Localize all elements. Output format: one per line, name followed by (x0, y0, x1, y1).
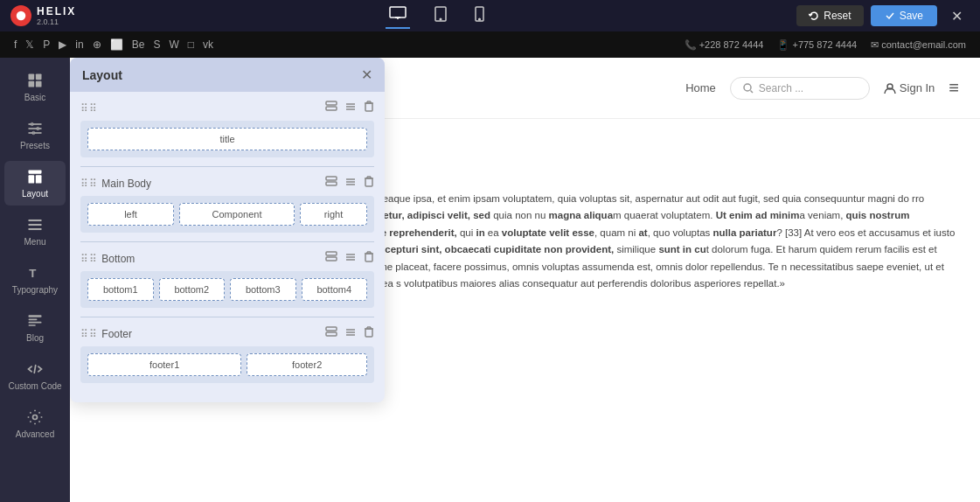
main-body-left-item[interactable]: left (87, 203, 174, 226)
main-body-right-item[interactable]: right (300, 203, 367, 226)
section-label-bottom: ⠿ ⠿ Bottom (80, 253, 135, 265)
svg-rect-28 (29, 324, 36, 326)
section-label-main-body: ⠿ ⠿ Main Body (80, 178, 151, 190)
pinterest-icon[interactable]: P (43, 38, 50, 51)
layout-panel: Layout ✕ ⠿ ⠿ (70, 58, 385, 402)
bottom3-item[interactable]: bottom3 (230, 278, 296, 301)
sidebar-item-menu[interactable]: Menu (4, 209, 66, 254)
panel-title: Layout (82, 68, 122, 82)
svg-rect-9 (36, 74, 42, 80)
configure-icon (325, 101, 337, 113)
drag-handle-footer[interactable]: ⠿ ⠿ (80, 328, 96, 340)
svg-rect-44 (326, 177, 337, 180)
layout-section-main-body: ⠿ ⠿ Main Body (80, 176, 374, 233)
squarevk-icon[interactable]: □ (188, 38, 194, 51)
twitter-icon[interactable]: 𝕏 (25, 38, 34, 51)
helix-icon (15, 10, 27, 22)
section-header-main-body: ⠿ ⠿ Main Body (80, 176, 374, 191)
footer1-item[interactable]: footer1 (87, 353, 241, 376)
svg-line-33 (750, 90, 753, 93)
section-actions-bottom (325, 251, 374, 266)
delete-bottom-button[interactable] (364, 251, 374, 266)
bottom2-item[interactable]: bottom2 (159, 278, 226, 301)
reset-button[interactable]: Reset (796, 5, 863, 26)
linkedin-icon[interactable]: in (75, 38, 83, 51)
whatsapp-icon[interactable]: W (169, 38, 178, 51)
drag-handle-main-body[interactable]: ⠿ ⠿ (80, 178, 96, 190)
skype-icon[interactable]: S (153, 38, 160, 51)
top-toolbar: HELIX 2.0.11 Reset Save ✕ (0, 0, 980, 31)
section-label-footer: ⠿ ⠿ Footer (80, 328, 132, 340)
svg-rect-53 (326, 252, 337, 255)
svg-point-7 (479, 18, 481, 20)
configure-title-button[interactable] (325, 101, 337, 115)
divider-3 (80, 317, 374, 317)
save-button[interactable]: Save (871, 5, 937, 26)
facebook-icon[interactable]: f (14, 38, 17, 51)
behance-icon[interactable]: Be (132, 38, 145, 51)
sidebar-item-label-advanced: Advanced (16, 429, 54, 439)
sidebar-item-presets[interactable]: Presets (4, 113, 66, 157)
delete-main-body-button[interactable] (364, 176, 374, 191)
configure-footer-button[interactable] (325, 326, 337, 341)
configure-bottom-button[interactable] (325, 251, 337, 266)
svg-rect-67 (365, 329, 372, 337)
svg-rect-26 (29, 319, 38, 321)
presets-icon (26, 120, 44, 137)
mobile-icon[interactable] (471, 3, 488, 29)
nav-home-link[interactable]: Home (685, 81, 716, 94)
dribbble-icon[interactable]: ⊕ (93, 38, 101, 51)
svg-rect-25 (29, 315, 42, 317)
youtube-icon[interactable]: ▶ (59, 38, 66, 51)
helix-logo-text: HELIX 2.0.11 (37, 5, 76, 26)
drag-handle-title[interactable]: ⠿ ⠿ (80, 102, 96, 115)
tablet-icon[interactable] (431, 3, 450, 29)
footer2-item[interactable]: footer2 (247, 353, 367, 376)
helix-logo: HELIX 2.0.11 (10, 5, 76, 26)
svg-point-30 (33, 415, 38, 420)
section-header-footer: ⠿ ⠿ Footer (80, 326, 374, 341)
instagram-icon[interactable]: ⬜ (110, 38, 123, 51)
section-header-bottom: ⠿ ⠿ Bottom (80, 251, 374, 266)
sidebar-item-typography[interactable]: T Typography (4, 257, 66, 302)
settings-footer-button[interactable] (344, 326, 357, 341)
bottom4-item[interactable]: bottom4 (302, 278, 368, 301)
helix-logo-icon (10, 5, 31, 26)
basic-icon (26, 72, 44, 89)
settings-bottom-button[interactable] (344, 251, 357, 266)
panel-close-button[interactable]: ✕ (361, 66, 372, 83)
contact-info: 📞 +228 872 4444 📱 +775 872 4444 ✉ contac… (685, 39, 966, 51)
settings-main-body-button[interactable] (344, 176, 357, 191)
toolbar-left: HELIX 2.0.11 (10, 5, 76, 26)
site-search[interactable]: Search ... (730, 77, 870, 100)
delete-title-button[interactable] (364, 101, 374, 115)
save-icon (885, 10, 895, 21)
close-button[interactable]: ✕ (944, 4, 970, 28)
search-icon (743, 83, 754, 94)
desktop-icon[interactable] (386, 3, 410, 29)
delete-icon-4 (364, 326, 374, 338)
delete-footer-button[interactable] (364, 326, 374, 341)
sidebar: Basic Presets Layout Menu T Typography B… (0, 58, 70, 502)
main-body-component-item[interactable]: Component (179, 203, 295, 226)
sidebar-item-blog[interactable]: Blog (4, 305, 66, 350)
blog-icon (26, 312, 44, 330)
delete-icon (364, 101, 374, 113)
title-row-item[interactable]: title (87, 128, 367, 150)
drag-handle-bottom[interactable]: ⠿ ⠿ (80, 253, 96, 265)
sidebar-item-label-basic: Basic (24, 93, 45, 102)
configure-icon-2 (325, 176, 337, 188)
svg-rect-40 (365, 103, 372, 111)
configure-main-body-button[interactable] (325, 176, 337, 191)
hamburger-menu[interactable]: ≡ (949, 78, 959, 98)
bottom1-item[interactable]: bottom1 (87, 278, 154, 301)
vk-icon[interactable]: vk (203, 38, 213, 51)
sidebar-item-basic[interactable]: Basic (4, 65, 66, 109)
sign-in-link[interactable]: Sign In (884, 81, 935, 94)
settings-title-button[interactable] (344, 101, 357, 115)
sidebar-item-label-menu: Menu (24, 237, 45, 247)
sidebar-item-custom-code[interactable]: Custom Code (4, 353, 66, 398)
custom-code-icon (26, 360, 44, 378)
sidebar-item-layout[interactable]: Layout (4, 161, 66, 206)
sidebar-item-advanced[interactable]: Advanced (4, 401, 66, 446)
